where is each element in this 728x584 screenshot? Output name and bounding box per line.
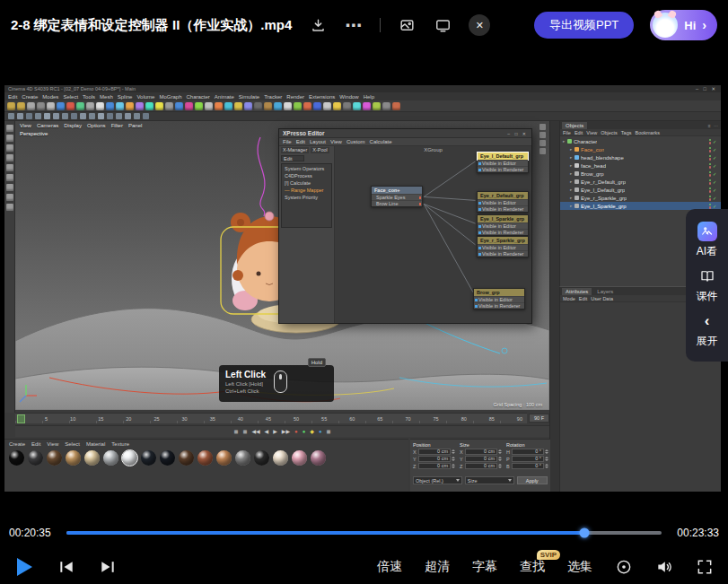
object-tree-item[interactable]: ▸ Eye_r_Sparkle_grp (560, 194, 721, 202)
material-swatch[interactable] (179, 450, 194, 466)
xpresso-menu-item[interactable]: Calculate (370, 139, 392, 144)
play-button[interactable] (14, 556, 34, 578)
c4d-tool-icon[interactable] (323, 102, 331, 110)
c4d-tool-icon[interactable] (165, 102, 173, 110)
visibility-dots[interactable] (709, 139, 712, 144)
rotation-p-field[interactable]: 0 ° (512, 456, 544, 462)
download-icon[interactable] (308, 15, 328, 35)
stepper-icon[interactable] (498, 449, 502, 454)
c4d-tool-icon[interactable] (185, 102, 193, 110)
enabled-check-icon[interactable] (713, 187, 718, 193)
c4d-menu-item[interactable]: Tools (83, 94, 95, 100)
visibility-dots[interactable] (709, 187, 712, 193)
xpresso-menu-item[interactable]: View (330, 139, 342, 144)
c4d-tool-icon[interactable] (274, 102, 282, 110)
c4d-tool-icon[interactable] (254, 102, 262, 110)
c4d-menu-item[interactable]: Edit (8, 94, 17, 100)
c4d-tool-icon[interactable] (116, 113, 122, 119)
material-swatch[interactable] (103, 450, 118, 466)
visibility-dots[interactable] (709, 204, 712, 209)
material-swatch[interactable] (28, 450, 43, 466)
object-tree-item[interactable]: ▸ face_head (560, 161, 721, 170)
xpresso-node[interactable]: Eye_r_Default_grp Visible in Editor Visi… (477, 191, 529, 213)
attributes-menu-item[interactable]: Mode (563, 296, 575, 301)
xpresso-menu-item[interactable]: Edit (296, 139, 305, 144)
c4d-tool-icon[interactable] (264, 102, 272, 110)
object-tree-item[interactable]: ▸ head_blendshape (560, 153, 721, 161)
c4d-tool-icon[interactable] (126, 102, 134, 110)
c4d-tool-icon[interactable] (175, 102, 183, 110)
c4d-menu-item[interactable]: Volume (136, 94, 154, 100)
c4d-tool-icon[interactable] (234, 102, 242, 110)
viewport-menu-item[interactable]: Options (87, 123, 106, 128)
node-port-row[interactable]: Visible in Editor (474, 296, 524, 302)
material-swatch[interactable] (292, 450, 307, 466)
node-port-row[interactable]: Visible in Renderer (474, 302, 524, 309)
xpresso-tab[interactable]: X-Pool (311, 147, 329, 153)
attributes-menu-item[interactable]: Edit (579, 296, 587, 301)
viewport-nav-icon[interactable] (539, 124, 546, 130)
visibility-dots[interactable] (709, 147, 712, 153)
c4d-tool-icon[interactable] (62, 113, 68, 119)
c4d-tool-icon[interactable] (107, 113, 113, 119)
objects-menu-item[interactable]: File (563, 130, 571, 135)
enabled-check-icon[interactable] (713, 163, 718, 169)
material-menu-item[interactable]: View (47, 441, 58, 447)
c4d-mode-icon[interactable] (6, 154, 13, 161)
c4d-mode-icon[interactable] (6, 194, 13, 201)
c4d-tool-icon[interactable] (363, 102, 371, 110)
c4d-tool-icon[interactable] (35, 113, 41, 119)
node-port-row[interactable]: Visible in Editor (478, 222, 528, 229)
material-swatch[interactable] (216, 450, 232, 466)
material-swatch[interactable] (160, 450, 175, 466)
viewport-nav-icon[interactable] (539, 140, 546, 146)
xpresso-menu-item[interactable]: File (283, 139, 292, 144)
c4d-tool-icon[interactable] (26, 113, 32, 119)
object-tree-item[interactable]: ▸ Brow_grp (560, 170, 721, 178)
c4d-tool-icon[interactable] (116, 102, 124, 110)
next-episode-button[interactable] (99, 558, 117, 576)
transport-icon[interactable]: ◀◀ (251, 426, 259, 438)
object-tree-item[interactable]: ▸ Face_con (560, 145, 721, 153)
viewport-menu-item[interactable]: Filter (111, 123, 123, 128)
c4d-menu-item[interactable]: Render (286, 94, 304, 100)
material-menu-item[interactable]: Texture (111, 441, 129, 447)
node-port-row[interactable]: Visible in Editor (478, 199, 528, 205)
c4d-menu-item[interactable]: Animate (215, 94, 234, 100)
c4d-tool-icon[interactable] (98, 113, 104, 119)
c4d-mode-icon[interactable] (6, 174, 13, 181)
material-swatch[interactable] (311, 450, 326, 466)
quality-button[interactable]: 超清 (425, 559, 450, 575)
material-menu-item[interactable]: Create (9, 441, 25, 447)
material-swatch[interactable] (122, 450, 137, 466)
stepper-icon[interactable] (452, 449, 455, 454)
c4d-tool-icon[interactable] (303, 102, 311, 110)
size-y-field[interactable]: 0 cm (465, 456, 497, 462)
c4d-tool-icon[interactable] (134, 113, 140, 119)
enabled-check-icon[interactable] (713, 139, 718, 144)
objects-menu-item[interactable]: Bookmarks (635, 130, 660, 135)
enabled-check-icon[interactable] (713, 204, 718, 209)
viewport-nav-icon[interactable] (539, 132, 546, 138)
c4d-mode-icon[interactable] (6, 164, 13, 171)
viewport-nav-icon[interactable] (539, 148, 546, 154)
c4d-mode-icon[interactable] (6, 184, 13, 191)
node-port-row[interactable]: Visible in Editor (478, 244, 528, 250)
c4d-tool-icon[interactable] (313, 102, 321, 110)
enabled-check-icon[interactable] (713, 196, 718, 201)
position-x-field[interactable]: 0 cm (418, 449, 451, 455)
stepper-icon[interactable] (452, 464, 455, 468)
c4d-tool-icon[interactable] (66, 102, 75, 110)
c4d-tool-icon[interactable] (27, 102, 35, 110)
miniplayer-icon[interactable] (615, 558, 633, 576)
projection-icon[interactable] (433, 15, 452, 35)
transport-icon[interactable]: ◼ (327, 426, 331, 438)
material-menu-item[interactable]: Edit (31, 441, 40, 447)
playhead-marker[interactable] (17, 414, 25, 423)
transport-icon[interactable]: ◼ (242, 426, 247, 438)
visibility-dots[interactable] (709, 179, 712, 185)
c4d-mode-icon[interactable] (6, 135, 13, 142)
objects-menu-item[interactable]: Tags (621, 130, 632, 135)
node-port-row[interactable]: Visible in Editor (478, 160, 528, 166)
visibility-dots[interactable] (709, 163, 712, 169)
